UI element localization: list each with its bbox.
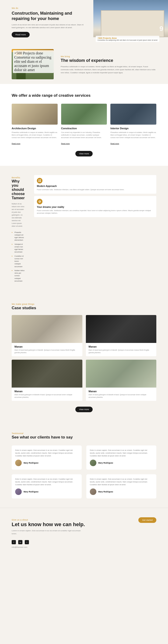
avatar-1 (15, 460, 22, 466)
benefits-description: Nullum et ea rebum rem nims acn el accus… (12, 202, 25, 228)
author-name-2: Mary Rodriguez (98, 462, 113, 464)
case-title-1: Manan (15, 345, 79, 348)
social-icons-group: f in t (12, 540, 138, 544)
benefits-list-item: Nullam tellus nims per cursus volutpat a… (12, 268, 25, 283)
case-title-2: Manan (89, 345, 154, 348)
service-img-architecture (12, 104, 58, 124)
testimonial-card-3: Dolor in ornare sapien. Duis accumsan in… (12, 474, 82, 498)
case-title-3: Manan (15, 390, 79, 393)
benefit-modern-title: Modern Approach (37, 185, 153, 188)
hero-tag: We do (12, 7, 86, 9)
service-readmore-architecture[interactable]: Read more (12, 142, 20, 144)
case-card-4: Manan Diam rit kasd gubergren et blandit… (86, 360, 156, 401)
testimonial-card-2: Dolor in ornare sapien. Duis accumsan in… (86, 446, 156, 470)
experience-content: We bring The wisdom of experience Phasel… (61, 54, 156, 74)
hero-cta-button[interactable]: Read more (12, 32, 30, 38)
benefit-card-dreams: Your dreams your reality Fusce commodo n… (34, 196, 156, 217)
services-view-more-wrap: View more (12, 151, 156, 156)
author-name-3: Mary Rodriguez (24, 490, 39, 493)
avatar-2 (90, 460, 96, 466)
testimonial-card-4: Dolor in ornare sapien. Duis accumsan in… (86, 474, 156, 498)
exp-projects-count: +500 Projects done (14, 51, 52, 55)
testimonials-section: Testimonial See what our clients have to… (0, 422, 168, 508)
cta-left: Give us a shout Let us know how we can h… (12, 517, 138, 553)
hero-image: +500 Projects done Consetetur ea sadipsc… (93, 0, 168, 44)
projects-desc: Consetetur ea sadipscing elitr sed diam … (98, 39, 157, 41)
testimonial-author-3: Mary Rodriguez (15, 488, 78, 495)
service-title-interior: Interior Design (110, 127, 156, 130)
service-desc-interior: Phasellus sollicitudin in neque at sodal… (110, 131, 156, 139)
case-desc-4: Diam rit kasd gubergren et blandit et ka… (89, 394, 154, 398)
modern-approach-icon (37, 178, 42, 184)
service-img-construction (61, 104, 107, 124)
case-view-more-button[interactable]: View more (75, 407, 93, 412)
twitter-icon[interactable]: t (25, 540, 29, 544)
testimonial-author-1: Mary Rodriguez (15, 460, 78, 466)
case-title-4: Manan (89, 390, 154, 393)
benefits-cards: Modern Approach Fusce commodo nulla. Ves… (34, 175, 156, 283)
cta-right: Get started (138, 517, 156, 525)
case-studies-section: We make great things Case studies Manan … (0, 292, 168, 422)
benefits-list-item: Curabitur et cursus non lorem volutpat a… (12, 254, 25, 268)
svg-rect-2 (39, 181, 39, 182)
cta-description: Lorem in ornare sapien. Duis accumsan in… (12, 530, 82, 536)
author-name-1: Mary Rodriguez (24, 462, 39, 464)
benefit-card-modern: Modern Approach Fusce commodo nulla. Ves… (34, 175, 156, 194)
service-readmore-construction[interactable]: Read more (61, 142, 70, 144)
dreams-reality-icon (37, 199, 42, 204)
benefits-list: Phasello volutpat vel eget ultrices elem… (12, 230, 25, 283)
cta-footer-section: Give us a shout Let us know how we can h… (0, 508, 168, 564)
svg-rect-3 (40, 181, 41, 182)
benefits-left: Benefits Why you should choose Tameer Nu… (12, 175, 25, 283)
service-desc-architecture: Phasellus sollicitudin in neque at sodal… (12, 131, 58, 139)
service-desc-construction: Con ement my imperdiet in our Industry. … (61, 131, 107, 139)
testimonial-text-1: Dolor in ornare sapien. Duis accumsan in… (15, 449, 78, 457)
get-started-button[interactable]: Get started (138, 517, 156, 523)
hero-title: Construction, Maintaining and repairing … (12, 11, 86, 22)
benefits-tag: Benefits (12, 176, 20, 179)
services-view-more-button[interactable]: View more (75, 151, 93, 156)
services-grid: Architecture Design Phasellus sollicitud… (12, 104, 156, 145)
case-info-4: Manan Diam rit kasd gubergren et blandit… (86, 388, 156, 401)
avatar-4 (90, 488, 96, 495)
testimonial-card-1: Dolor in ornare sapien. Duis accumsan in… (12, 446, 82, 470)
case-img-4 (86, 360, 156, 388)
case-card-3: Manan Diam rit kasd gubergren et blandit… (12, 360, 82, 401)
testimonials-tag: Testimonial (12, 432, 24, 434)
case-img-2 (86, 315, 156, 343)
testimonial-author-2: Mary Rodriguez (90, 460, 153, 466)
experience-section: +500 Projects done Consetetur ea sadipsc… (0, 44, 168, 84)
hero-description: Lorem et ea rerum rem nims acn el accusa… (12, 24, 86, 29)
benefits-list-item: Phasello volutpat vel eget ultrices elem… (12, 230, 25, 242)
service-card-construction: Constraction Con ement my imperdiet in o… (61, 104, 107, 145)
testimonial-author-4: Mary Rodriguez (90, 488, 153, 495)
benefits-section: Benefits Why you should choose Tameer Nu… (0, 166, 168, 292)
case-desc-2: Diam rit kasd kasd gubergren et blandit.… (89, 349, 154, 354)
service-readmore-interior[interactable]: Read more (110, 142, 119, 144)
case-studies-title: Case studies (12, 306, 156, 310)
testimonial-text-3: Dolor in ornare sapien. Duis accumsan in… (15, 478, 78, 486)
svg-rect-1 (40, 180, 41, 180)
testimonials-title: See what our clients have to say (12, 435, 156, 440)
experience-tag: We bring (61, 55, 70, 58)
case-info-3: Manan Diam rit kasd gubergren et blandit… (12, 388, 82, 401)
service-title-architecture: Architecture Design (12, 127, 58, 130)
facebook-icon[interactable]: f (12, 540, 16, 544)
svg-rect-0 (39, 180, 39, 180)
benefits-title: Why you should choose Tameer (12, 179, 25, 200)
cta-title: Let us know how we can help. (12, 522, 138, 528)
experience-description: Phasellus sollicitudin in neque at sodal… (61, 65, 156, 74)
case-desc-3: Diam rit kasd gubergren et blandit et ka… (15, 394, 79, 398)
case-studies-grid: Manan Diam rit kasd kasd gubergren et bl… (12, 315, 156, 401)
case-info-1: Manan Diam rit kasd kasd gubergren et bl… (12, 343, 82, 356)
exp-projects-badge: +500 Projects done Consetetur ea sadipsc… (13, 50, 54, 73)
case-img-3 (12, 360, 82, 388)
case-card-1: Manan Diam rit kasd kasd gubergren et bl… (12, 315, 82, 356)
hero-section: We do Construction, Maintaining and repa… (0, 0, 168, 44)
testimonial-text-2: Dolor in ornare sapien. Duis accumsan in… (90, 449, 153, 457)
hero-content: We do Construction, Maintaining and repa… (0, 0, 93, 44)
experience-title: The wisdom of experience (61, 58, 156, 63)
services-heading: We offer a wide range of creative servic… (12, 93, 156, 98)
benefit-dreams-title: Your dreams your reality (37, 206, 153, 208)
linkedin-icon[interactable]: in (18, 540, 22, 544)
